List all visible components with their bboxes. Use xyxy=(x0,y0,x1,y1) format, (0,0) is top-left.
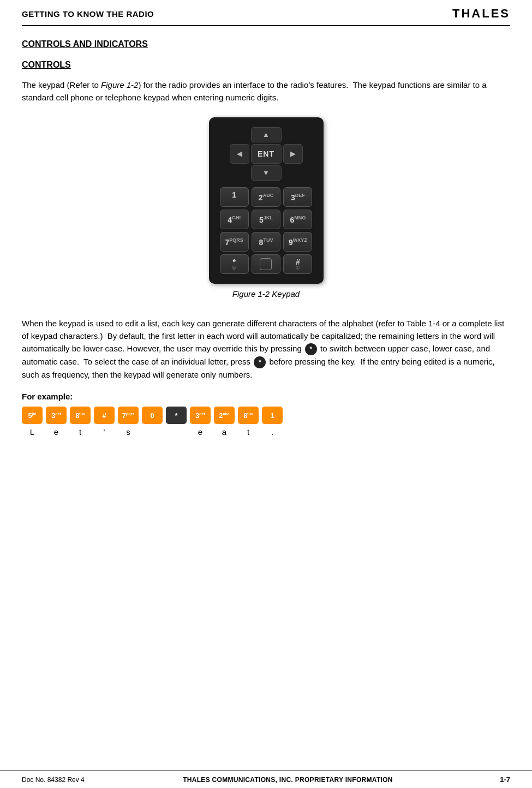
page-number: 1-7 xyxy=(488,775,510,784)
star-icon-inline-2: * xyxy=(254,356,266,368)
intro-text-1: The keypad (Refer to xyxy=(22,80,101,89)
number-keys-grid: 1 2ABC 3DEF 4GHI 5JKL 6MNO xyxy=(220,187,313,274)
up-arrow-icon: ▲ xyxy=(262,130,270,139)
keypad-figure: ▲ ◀ ENT ▶ ▼ xyxy=(22,117,510,308)
example-key-2abc: 2abc xyxy=(214,407,235,424)
controls-sub-heading: CONTROLS xyxy=(22,60,510,70)
key-hash[interactable]: # ⓘ xyxy=(283,254,312,274)
example-key-1: 1 xyxy=(262,407,283,424)
example-key-star: * xyxy=(166,407,187,424)
char-e: e xyxy=(46,427,67,437)
example-key-8tuv: 8tuv xyxy=(70,407,91,424)
for-example-label: For example: xyxy=(22,392,510,401)
key-5[interactable]: 5JKL xyxy=(252,210,280,229)
nav-right-btn[interactable]: ▶ xyxy=(283,144,303,164)
figure-caption: Figure 1-2 Keypad xyxy=(232,289,300,299)
nav-cluster: ▲ ◀ ENT ▶ ▼ xyxy=(220,127,313,181)
figure-ref: Figure 1-2 xyxy=(101,80,138,89)
square-icon xyxy=(260,258,272,270)
example-key-hash: # xyxy=(94,407,115,424)
key-1[interactable]: 1 xyxy=(220,187,249,207)
enter-label: ENT xyxy=(258,150,274,158)
char-space xyxy=(142,427,163,437)
body-paragraph: When the keypad is used to edit a list, … xyxy=(22,317,510,381)
char-t2: t xyxy=(238,427,259,437)
key-star[interactable]: * ⓒ xyxy=(220,254,249,274)
key-8[interactable]: 8TUV xyxy=(252,232,280,252)
example-key-0: 0 xyxy=(142,407,163,424)
example-key-8tuv-2: 8tuv xyxy=(238,407,259,424)
key-2[interactable]: 2ABC xyxy=(252,187,280,207)
char-apostrophe: ' xyxy=(94,427,115,437)
header-title: GETTING TO KNOW THE RADIO xyxy=(22,9,154,19)
page-footer: Doc No. 84382 Rev 4 THALES COMMUNICATION… xyxy=(0,771,532,788)
down-arrow-icon: ▼ xyxy=(262,169,270,177)
keypad-image: ▲ ◀ ENT ▶ ▼ xyxy=(209,117,324,284)
doc-number: Doc No. 84382 Rev 4 xyxy=(22,776,87,784)
char-a: a xyxy=(214,427,235,437)
example-key-3def: 3def xyxy=(46,407,67,424)
key-0[interactable] xyxy=(252,254,280,274)
nav-enter-btn[interactable]: ENT xyxy=(251,144,282,164)
example-key-7pqrs: 7pqrs xyxy=(118,407,139,424)
nav-down-btn[interactable]: ▼ xyxy=(251,165,282,181)
char-period: . xyxy=(262,427,283,437)
page-header: GETTING TO KNOW THE RADIO THALES xyxy=(22,0,510,26)
nav-up-btn[interactable]: ▲ xyxy=(251,127,282,142)
left-arrow-icon: ◀ xyxy=(237,150,242,158)
char-empty-star xyxy=(166,427,187,437)
key-7[interactable]: 7PQRS xyxy=(220,232,249,252)
example-key-5jkl: 5jkl xyxy=(22,407,43,424)
main-section-heading: CONTROLS AND INDICATORS xyxy=(22,39,510,49)
header-logo: THALES xyxy=(452,7,510,21)
nav-left-btn[interactable]: ◀ xyxy=(230,144,249,164)
example-key-3def-2: 3def xyxy=(190,407,211,424)
key-9[interactable]: 9WXYZ xyxy=(283,232,312,252)
right-arrow-icon: ▶ xyxy=(290,150,296,158)
star-icon-inline-1: * xyxy=(305,343,317,355)
intro-paragraph: The keypad (Refer to Figure 1-2) for the… xyxy=(22,79,510,104)
key-6[interactable]: 6MNO xyxy=(283,210,312,229)
footer-company: THALES COMMUNICATIONS, INC. PROPRIETARY … xyxy=(87,776,488,784)
char-t: t xyxy=(70,427,91,437)
char-L: L xyxy=(22,427,43,437)
key-3[interactable]: 3DEF xyxy=(283,187,312,207)
key-4[interactable]: 4GHI xyxy=(220,210,249,229)
char-s: s xyxy=(118,427,139,437)
example-keys-row: 5jkl 3def 8tuv # xyxy=(22,407,510,437)
char-e2: e xyxy=(190,427,211,437)
